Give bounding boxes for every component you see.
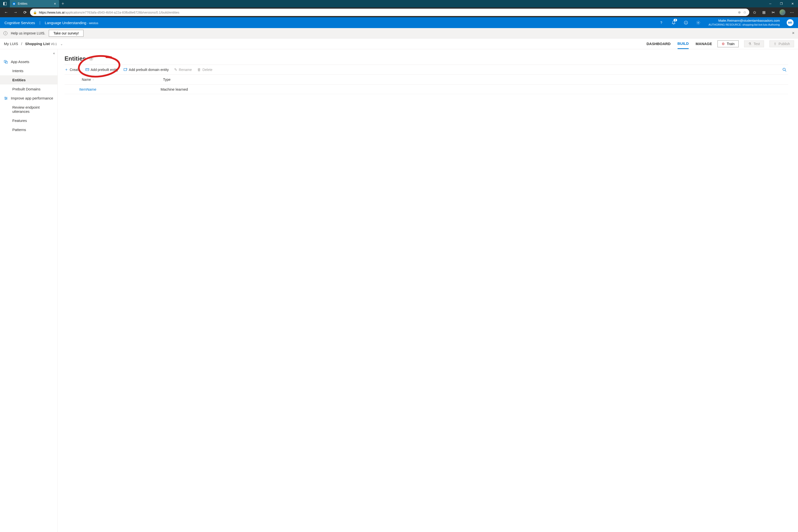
breadcrumb: My LUIS / Shopping List V0.1 ⌄ [4, 42, 63, 46]
entity-icon [86, 68, 89, 72]
brand-label[interactable]: Cognitive Services [4, 21, 35, 25]
back-button[interactable]: ← [2, 8, 10, 17]
sidebar-item-intents[interactable]: Intents [0, 66, 57, 75]
refresh-button[interactable]: ⟳ [21, 8, 29, 17]
content-area: Entities ? ＋ Create Add prebuilt entity … [58, 49, 798, 532]
window-minimize-button[interactable]: ─ [765, 0, 776, 7]
publish-button[interactable]: ⇪ Publish [770, 40, 794, 47]
region-label: - westus [87, 21, 98, 25]
notifications-icon[interactable]: 2 [670, 19, 678, 26]
tab-favicon-icon: ◉ [12, 2, 16, 5]
zoom-icon[interactable]: ⊕ [738, 10, 741, 14]
tab-dashboard[interactable]: DASHBOARD [647, 38, 671, 49]
top-row: My LUIS / Shopping List V0.1 ⌄ DASHBOARD… [0, 38, 798, 49]
user-resource: AUTHORING RESOURCE: shopping-list-bot-lu… [708, 23, 780, 26]
app-menu-icon[interactable] [0, 0, 10, 7]
domain-entity-icon [124, 68, 127, 72]
svg-point-12 [6, 98, 7, 98]
browser-navbar: ← → ⟳ 🔒 https://www.luis.ai/applications… [0, 7, 798, 17]
rename-icon: ✎ [174, 68, 177, 72]
chevron-down-icon[interactable]: ⌄ [60, 42, 63, 46]
column-type-header[interactable]: Type [163, 78, 788, 81]
window-close-button[interactable]: ✕ [787, 0, 798, 7]
forward-button[interactable]: → [11, 8, 20, 17]
svg-point-17 [783, 68, 785, 71]
favorites-icon[interactable]: ✩ [750, 8, 759, 17]
table-row[interactable]: ItemName Machine learned [64, 85, 788, 94]
breadcrumb-root[interactable]: My LUIS [4, 42, 18, 46]
train-label: Train [727, 42, 735, 46]
column-name-header[interactable]: Name ↑ [82, 78, 163, 81]
sidebar-group-app-assets[interactable]: App Assets [0, 57, 57, 66]
publish-icon: ⇪ [774, 42, 777, 46]
product-label[interactable]: Language Understanding [45, 21, 86, 25]
tab-manage[interactable]: MANAGE [696, 38, 712, 49]
svg-point-4 [686, 22, 687, 22]
train-button[interactable]: ⚙ Train [718, 40, 739, 47]
help-icon[interactable]: ? [657, 19, 665, 26]
svg-rect-1 [3, 2, 4, 5]
sidebar-group-improve[interactable]: Improve app performance [0, 94, 57, 103]
svg-point-11 [5, 97, 6, 97]
info-icon: i [3, 31, 7, 35]
breadcrumb-app[interactable]: Shopping List [25, 42, 50, 46]
collapse-sidebar-icon[interactable]: « [53, 51, 55, 55]
favorite-icon[interactable]: ✩ [743, 10, 746, 14]
sort-asc-icon: ↑ [92, 78, 94, 81]
sidebar-item-entities[interactable]: Entities [0, 75, 57, 84]
new-tab-button[interactable]: + [59, 1, 67, 6]
help-bubble-icon[interactable]: ? [89, 56, 93, 61]
settings-icon[interactable] [694, 19, 702, 26]
survey-banner: i Help us improve LUIS. Take our survey!… [0, 28, 798, 38]
user-avatar[interactable]: MR [787, 19, 794, 26]
test-button[interactable]: ⚗ Test [744, 40, 764, 47]
tab-close-icon[interactable]: × [53, 2, 57, 5]
browser-titlebar: ◉ Entities × + ─ ❐ ✕ [0, 0, 798, 7]
svg-point-5 [698, 22, 699, 23]
extensions-icon[interactable]: ✂ [769, 8, 777, 17]
svg-point-13 [5, 99, 6, 99]
banner-text: Help us improve LUIS. [11, 31, 45, 35]
window-maximize-button[interactable]: ❐ [776, 0, 787, 7]
user-info[interactable]: Malte.Reimann@studentambassadors.com AUT… [708, 19, 780, 26]
sidebar-item-review-utterances[interactable]: Review endpoint utterances [0, 103, 57, 116]
add-prebuilt-entity-button[interactable]: Add prebuilt entity [86, 68, 118, 72]
svg-rect-14 [86, 69, 89, 71]
svg-point-2 [684, 21, 688, 24]
plus-icon: ＋ [64, 67, 68, 72]
entity-type: Machine learned [160, 87, 788, 91]
sidebar-item-patterns[interactable]: Patterns [0, 125, 57, 134]
take-survey-button[interactable]: Take our survey! [49, 30, 83, 37]
svg-line-18 [785, 70, 786, 72]
user-email: Malte.Reimann@studentambassadors.com [708, 19, 780, 23]
create-button[interactable]: ＋ Create [64, 67, 80, 72]
collections-icon[interactable]: ⊞ [760, 8, 768, 17]
trash-icon: 🗑 [197, 68, 201, 72]
url-text: https://www.luis.ai/applications/e7763af… [39, 11, 736, 14]
search-icon[interactable] [782, 68, 787, 72]
add-prebuilt-domain-entity-button[interactable]: Add prebuilt domain entity [124, 68, 169, 72]
tab-build[interactable]: BUILD [678, 38, 689, 49]
browser-tab[interactable]: ◉ Entities × [10, 0, 59, 7]
sidebar: « App Assets Intents Entities Prebuilt D… [0, 49, 58, 532]
entities-toolbar: ＋ Create Add prebuilt entity Add prebuil… [64, 64, 788, 75]
sidebar-item-features[interactable]: Features [0, 116, 57, 125]
test-label: Test [754, 42, 760, 46]
feedback-icon[interactable] [682, 19, 690, 26]
gear-icon: ⚙ [722, 42, 725, 46]
lock-icon: 🔒 [33, 11, 37, 14]
profile-avatar[interactable] [778, 8, 787, 17]
address-bar[interactable]: 🔒 https://www.luis.ai/applications/e7763… [30, 8, 749, 16]
more-icon[interactable]: ⋯ [788, 8, 796, 17]
entities-table: Name ↑ Type ItemName Machine learned [64, 75, 788, 94]
sidebar-item-prebuilt-domains[interactable]: Prebuilt Domains [0, 84, 57, 94]
entity-name-link[interactable]: ItemName [79, 87, 160, 91]
separator: | [39, 21, 40, 25]
sliders-icon [4, 96, 8, 100]
banner-close-icon[interactable]: × [792, 31, 795, 36]
svg-rect-16 [124, 69, 127, 71]
table-header: Name ↑ Type [64, 75, 788, 85]
publish-label: Publish [779, 42, 790, 46]
assets-icon [4, 60, 8, 64]
page-title: Entities [64, 55, 86, 62]
